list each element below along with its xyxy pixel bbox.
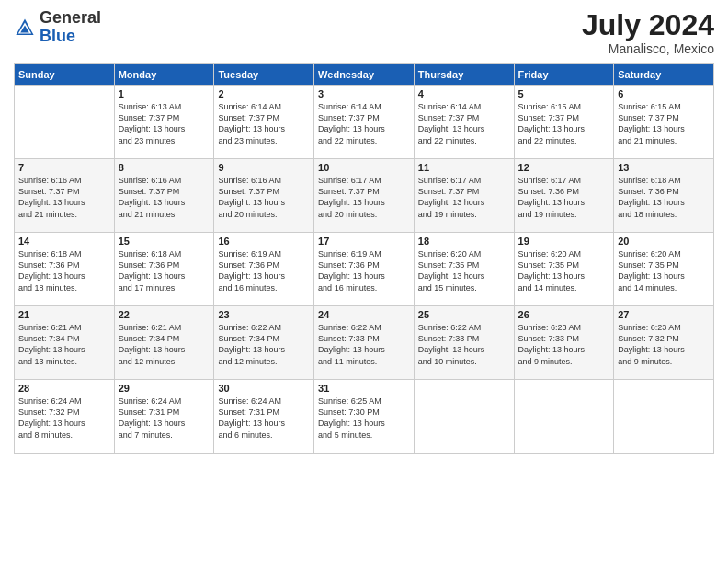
header-friday: Friday: [514, 64, 614, 86]
header-tuesday: Tuesday: [214, 64, 314, 86]
table-row: 30Sunrise: 6:24 AM Sunset: 7:31 PM Dayli…: [214, 380, 314, 454]
table-row: 4Sunrise: 6:14 AM Sunset: 7:37 PM Daylig…: [414, 86, 514, 159]
table-row: 2Sunrise: 6:14 AM Sunset: 7:37 PM Daylig…: [214, 86, 314, 159]
day-headers: Sunday Monday Tuesday Wednesday Thursday…: [15, 64, 714, 86]
table-row: 3Sunrise: 6:14 AM Sunset: 7:37 PM Daylig…: [314, 86, 415, 159]
table-row: 9Sunrise: 6:16 AM Sunset: 7:37 PM Daylig…: [214, 159, 314, 233]
day-info: Sunrise: 6:18 AM Sunset: 7:36 PM Dayligh…: [119, 248, 210, 293]
table-row: 7Sunrise: 6:16 AM Sunset: 7:37 PM Daylig…: [15, 159, 115, 233]
day-number: 17: [318, 236, 410, 247]
day-info: Sunrise: 6:22 AM Sunset: 7:33 PM Dayligh…: [418, 322, 510, 367]
day-number: 1: [119, 88, 210, 99]
day-number: 29: [119, 383, 210, 394]
day-info: Sunrise: 6:14 AM Sunset: 7:37 PM Dayligh…: [218, 101, 310, 146]
table-row: 28Sunrise: 6:24 AM Sunset: 7:32 PM Dayli…: [15, 380, 115, 454]
day-number: 25: [418, 309, 510, 320]
day-info: Sunrise: 6:16 AM Sunset: 7:37 PM Dayligh…: [218, 175, 310, 220]
day-info: Sunrise: 6:17 AM Sunset: 7:37 PM Dayligh…: [418, 175, 510, 220]
day-info: Sunrise: 6:19 AM Sunset: 7:36 PM Dayligh…: [218, 248, 310, 293]
header: General Blue July 2024 Manalisco, Mexico: [14, 9, 714, 56]
day-info: Sunrise: 6:20 AM Sunset: 7:35 PM Dayligh…: [518, 248, 610, 293]
day-info: Sunrise: 6:24 AM Sunset: 7:31 PM Dayligh…: [119, 396, 210, 441]
day-info: Sunrise: 6:25 AM Sunset: 7:30 PM Dayligh…: [318, 396, 410, 441]
table-row: 18Sunrise: 6:20 AM Sunset: 7:35 PM Dayli…: [414, 233, 514, 306]
table-row: 6Sunrise: 6:15 AM Sunset: 7:37 PM Daylig…: [614, 86, 714, 159]
day-number: 28: [18, 383, 110, 394]
day-number: 21: [18, 309, 110, 320]
table-row: [514, 380, 614, 454]
logo: General Blue: [14, 9, 101, 46]
table-row: 1Sunrise: 6:13 AM Sunset: 7:37 PM Daylig…: [114, 86, 214, 159]
day-info: Sunrise: 6:20 AM Sunset: 7:35 PM Dayligh…: [618, 248, 710, 293]
day-number: 12: [518, 162, 610, 173]
day-number: 14: [18, 236, 110, 247]
title-block: July 2024 Manalisco, Mexico: [582, 9, 714, 56]
day-info: Sunrise: 6:22 AM Sunset: 7:34 PM Dayligh…: [218, 322, 310, 367]
logo-blue: Blue: [40, 27, 75, 45]
day-number: 15: [119, 236, 210, 247]
logo-icon: [14, 17, 36, 39]
day-number: 3: [318, 88, 410, 99]
table-row: 11Sunrise: 6:17 AM Sunset: 7:37 PM Dayli…: [414, 159, 514, 233]
day-info: Sunrise: 6:15 AM Sunset: 7:37 PM Dayligh…: [518, 101, 610, 146]
table-row: [414, 380, 514, 454]
table-row: 22Sunrise: 6:21 AM Sunset: 7:34 PM Dayli…: [114, 306, 214, 380]
header-sunday: Sunday: [15, 64, 115, 86]
day-number: 19: [518, 236, 610, 247]
day-number: 18: [418, 236, 510, 247]
table-row: 19Sunrise: 6:20 AM Sunset: 7:35 PM Dayli…: [514, 233, 614, 306]
day-number: 31: [318, 383, 410, 394]
header-monday: Monday: [114, 64, 214, 86]
day-info: Sunrise: 6:24 AM Sunset: 7:32 PM Dayligh…: [18, 396, 110, 441]
day-number: 22: [119, 309, 210, 320]
table-row: 24Sunrise: 6:22 AM Sunset: 7:33 PM Dayli…: [314, 306, 415, 380]
day-info: Sunrise: 6:17 AM Sunset: 7:36 PM Dayligh…: [518, 175, 610, 220]
day-number: 13: [618, 162, 710, 173]
day-info: Sunrise: 6:16 AM Sunset: 7:37 PM Dayligh…: [18, 175, 110, 220]
table-row: 23Sunrise: 6:22 AM Sunset: 7:34 PM Dayli…: [214, 306, 314, 380]
day-number: 8: [119, 162, 210, 173]
day-info: Sunrise: 6:21 AM Sunset: 7:34 PM Dayligh…: [18, 322, 110, 367]
header-thursday: Thursday: [414, 64, 514, 86]
day-number: 26: [518, 309, 610, 320]
day-info: Sunrise: 6:18 AM Sunset: 7:36 PM Dayligh…: [18, 248, 110, 293]
day-info: Sunrise: 6:24 AM Sunset: 7:31 PM Dayligh…: [218, 396, 310, 441]
day-number: 9: [218, 162, 310, 173]
table-row: 5Sunrise: 6:15 AM Sunset: 7:37 PM Daylig…: [514, 86, 614, 159]
calendar-table: Sunday Monday Tuesday Wednesday Thursday…: [14, 63, 714, 454]
day-number: 27: [618, 309, 710, 320]
table-row: [15, 86, 115, 159]
day-number: 2: [218, 88, 310, 99]
table-row: 12Sunrise: 6:17 AM Sunset: 7:36 PM Dayli…: [514, 159, 614, 233]
day-number: 16: [218, 236, 310, 247]
day-info: Sunrise: 6:17 AM Sunset: 7:37 PM Dayligh…: [318, 175, 410, 220]
table-row: 14Sunrise: 6:18 AM Sunset: 7:36 PM Dayli…: [15, 233, 115, 306]
table-row: 20Sunrise: 6:20 AM Sunset: 7:35 PM Dayli…: [614, 233, 714, 306]
day-info: Sunrise: 6:20 AM Sunset: 7:35 PM Dayligh…: [418, 248, 510, 293]
table-row: 17Sunrise: 6:19 AM Sunset: 7:36 PM Dayli…: [314, 233, 415, 306]
day-info: Sunrise: 6:13 AM Sunset: 7:37 PM Dayligh…: [119, 101, 210, 146]
day-number: 24: [318, 309, 410, 320]
table-row: 29Sunrise: 6:24 AM Sunset: 7:31 PM Dayli…: [114, 380, 214, 454]
day-info: Sunrise: 6:14 AM Sunset: 7:37 PM Dayligh…: [318, 101, 410, 146]
location: Manalisco, Mexico: [582, 41, 714, 56]
table-row: 31Sunrise: 6:25 AM Sunset: 7:30 PM Dayli…: [314, 380, 415, 454]
day-number: 5: [518, 88, 610, 99]
page: General Blue July 2024 Manalisco, Mexico…: [0, 0, 728, 563]
table-row: 10Sunrise: 6:17 AM Sunset: 7:37 PM Dayli…: [314, 159, 415, 233]
day-info: Sunrise: 6:23 AM Sunset: 7:33 PM Dayligh…: [518, 322, 610, 367]
table-row: 21Sunrise: 6:21 AM Sunset: 7:34 PM Dayli…: [15, 306, 115, 380]
day-info: Sunrise: 6:15 AM Sunset: 7:37 PM Dayligh…: [618, 101, 710, 146]
day-info: Sunrise: 6:18 AM Sunset: 7:36 PM Dayligh…: [618, 175, 710, 220]
table-row: 27Sunrise: 6:23 AM Sunset: 7:32 PM Dayli…: [614, 306, 714, 380]
table-row: [614, 380, 714, 454]
day-number: 6: [618, 88, 710, 99]
day-info: Sunrise: 6:22 AM Sunset: 7:33 PM Dayligh…: [318, 322, 410, 367]
day-number: 4: [418, 88, 510, 99]
day-info: Sunrise: 6:16 AM Sunset: 7:37 PM Dayligh…: [119, 175, 210, 220]
day-number: 20: [618, 236, 710, 247]
header-saturday: Saturday: [614, 64, 714, 86]
day-info: Sunrise: 6:21 AM Sunset: 7:34 PM Dayligh…: [119, 322, 210, 367]
logo-text: General Blue: [40, 9, 101, 46]
header-wednesday: Wednesday: [314, 64, 415, 86]
